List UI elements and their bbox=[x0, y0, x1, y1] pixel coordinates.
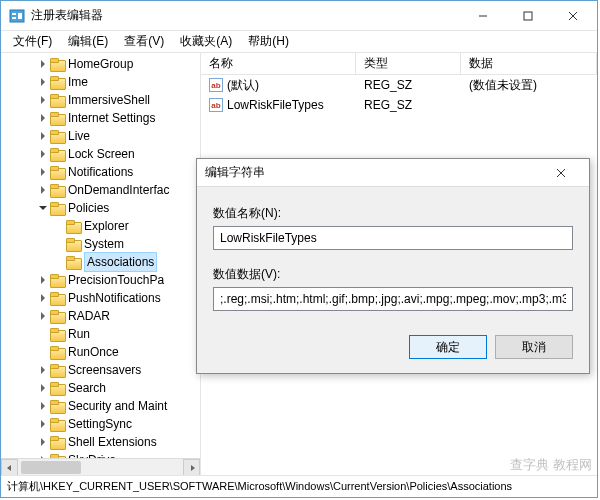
folder-icon bbox=[50, 382, 64, 394]
scroll-thumb[interactable] bbox=[21, 461, 81, 474]
tree-item[interactable]: SettingSync bbox=[1, 415, 201, 433]
col-data[interactable]: 数据 bbox=[461, 53, 597, 74]
folder-icon bbox=[50, 310, 64, 322]
tree-item-label: Shell Extensions bbox=[68, 433, 157, 451]
tree-item-label: ImmersiveShell bbox=[68, 91, 150, 109]
chevron-down-icon[interactable] bbox=[37, 203, 48, 214]
tree-item[interactable]: Run bbox=[1, 325, 201, 343]
dialog-buttons: 确定 取消 bbox=[197, 327, 589, 373]
tree-item[interactable]: Screensavers bbox=[1, 361, 201, 379]
tree-item[interactable]: RADAR bbox=[1, 307, 201, 325]
tree-item[interactable]: Explorer bbox=[1, 217, 201, 235]
chevron-right-icon[interactable] bbox=[37, 95, 48, 106]
tree-item[interactable]: Ime bbox=[1, 73, 201, 91]
scroll-left-arrow[interactable] bbox=[1, 459, 18, 475]
tree-item-label: PushNotifications bbox=[68, 289, 161, 307]
svg-marker-16 bbox=[39, 206, 47, 210]
folder-icon bbox=[50, 274, 64, 286]
tree-item[interactable]: Security and Maint bbox=[1, 397, 201, 415]
tree-item-label: Notifications bbox=[68, 163, 133, 181]
tree-item[interactable]: Internet Settings bbox=[1, 109, 201, 127]
chevron-right-icon[interactable] bbox=[37, 77, 48, 88]
svg-marker-27 bbox=[191, 465, 195, 471]
tree-item[interactable]: PrecisionTouchPa bbox=[1, 271, 201, 289]
svg-marker-14 bbox=[41, 168, 45, 176]
folder-icon bbox=[50, 130, 64, 142]
tree-item[interactable]: Policies bbox=[1, 199, 201, 217]
tree-item-label: OnDemandInterfac bbox=[68, 181, 169, 199]
tree-item[interactable]: PushNotifications bbox=[1, 289, 201, 307]
chevron-right-icon[interactable] bbox=[37, 401, 48, 412]
chevron-right-icon[interactable] bbox=[37, 383, 48, 394]
tree-item-label: Screensavers bbox=[68, 361, 141, 379]
tree-item-label: Internet Settings bbox=[68, 109, 155, 127]
chevron-right-icon[interactable] bbox=[37, 293, 48, 304]
chevron-right-icon[interactable] bbox=[37, 365, 48, 376]
menu-favorites[interactable]: 收藏夹(A) bbox=[174, 31, 238, 52]
minimize-button[interactable] bbox=[460, 2, 505, 30]
list-body: ab(默认)REG_SZ(数值未设置)abLowRiskFileTypesREG… bbox=[201, 75, 597, 115]
tree-item[interactable]: Notifications bbox=[1, 163, 201, 181]
menu-help[interactable]: 帮助(H) bbox=[242, 31, 295, 52]
tree-item[interactable]: Live bbox=[1, 127, 201, 145]
chevron-right-icon[interactable] bbox=[37, 167, 48, 178]
menu-view[interactable]: 查看(V) bbox=[118, 31, 170, 52]
tree-item[interactable]: System bbox=[1, 235, 201, 253]
col-type[interactable]: 类型 bbox=[356, 53, 461, 74]
tree-item[interactable]: ImmersiveShell bbox=[1, 91, 201, 109]
svg-rect-3 bbox=[18, 13, 22, 19]
tree-item[interactable]: OnDemandInterfac bbox=[1, 181, 201, 199]
value-data-input[interactable] bbox=[213, 287, 573, 311]
window-controls bbox=[460, 2, 595, 30]
tree-item-label: Explorer bbox=[84, 217, 129, 235]
close-button[interactable] bbox=[550, 2, 595, 30]
menu-file[interactable]: 文件(F) bbox=[7, 31, 58, 52]
tree-item[interactable]: RunOnce bbox=[1, 343, 201, 361]
value-type: REG_SZ bbox=[364, 78, 412, 92]
list-row[interactable]: abLowRiskFileTypesREG_SZ bbox=[201, 95, 597, 115]
tree-item-label: Search bbox=[68, 379, 106, 397]
col-name[interactable]: 名称 bbox=[201, 53, 356, 74]
tree-item-label: SettingSync bbox=[68, 415, 132, 433]
tree-item[interactable]: Search bbox=[1, 379, 201, 397]
chevron-right-icon[interactable] bbox=[37, 149, 48, 160]
list-row[interactable]: ab(默认)REG_SZ(数值未设置) bbox=[201, 75, 597, 95]
folder-icon bbox=[50, 400, 64, 412]
chevron-right-icon[interactable] bbox=[37, 185, 48, 196]
value-name: LowRiskFileTypes bbox=[227, 98, 324, 112]
tree-item[interactable]: HomeGroup bbox=[1, 55, 201, 73]
folder-icon bbox=[50, 292, 64, 304]
folder-icon bbox=[66, 220, 80, 232]
maximize-button[interactable] bbox=[505, 2, 550, 30]
cancel-button[interactable]: 取消 bbox=[495, 335, 573, 359]
folder-icon bbox=[50, 94, 64, 106]
folder-icon bbox=[50, 364, 64, 376]
tree-item[interactable]: Shell Extensions bbox=[1, 433, 201, 451]
chevron-right-icon[interactable] bbox=[37, 419, 48, 430]
chevron-right-icon[interactable] bbox=[37, 275, 48, 286]
dialog-title-text: 编辑字符串 bbox=[205, 164, 541, 181]
folder-icon bbox=[50, 346, 64, 358]
tree-item[interactable]: Lock Screen bbox=[1, 145, 201, 163]
value-type: REG_SZ bbox=[364, 98, 412, 112]
scroll-track[interactable] bbox=[18, 459, 183, 475]
registry-tree[interactable]: HomeGroupImeImmersiveShellInternet Setti… bbox=[1, 53, 201, 458]
window-title: 注册表编辑器 bbox=[31, 7, 460, 24]
dialog-close-button[interactable] bbox=[541, 160, 581, 186]
chevron-right-icon[interactable] bbox=[37, 59, 48, 70]
svg-marker-26 bbox=[7, 465, 11, 471]
statusbar: 计算机\HKEY_CURRENT_USER\SOFTWARE\Microsoft… bbox=[1, 475, 597, 497]
menubar: 文件(F) 编辑(E) 查看(V) 收藏夹(A) 帮助(H) bbox=[1, 31, 597, 53]
ok-button[interactable]: 确定 bbox=[409, 335, 487, 359]
tree-hscrollbar[interactable] bbox=[1, 458, 200, 475]
chevron-right-icon[interactable] bbox=[37, 113, 48, 124]
chevron-right-icon[interactable] bbox=[37, 131, 48, 142]
value-name-input[interactable] bbox=[213, 226, 573, 250]
chevron-right-icon[interactable] bbox=[37, 437, 48, 448]
folder-icon bbox=[50, 202, 64, 214]
menu-edit[interactable]: 编辑(E) bbox=[62, 31, 114, 52]
tree-item[interactable]: SkyDrive bbox=[1, 451, 201, 458]
chevron-right-icon[interactable] bbox=[37, 311, 48, 322]
scroll-right-arrow[interactable] bbox=[183, 459, 200, 475]
tree-item[interactable]: Associations bbox=[1, 253, 201, 271]
